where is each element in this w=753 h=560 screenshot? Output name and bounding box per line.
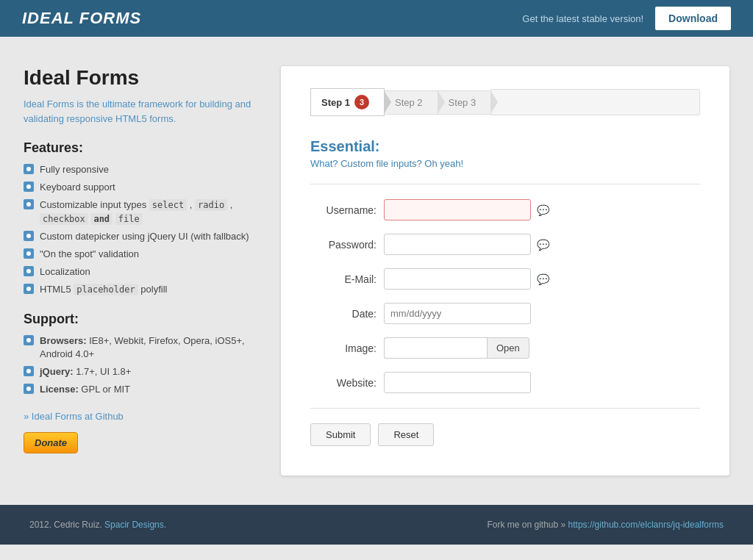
support-list: Browsers: IE8+, Webkit, Firefox, Opera, … — [24, 334, 251, 397]
date-row: Date: — [310, 303, 700, 324]
list-bullet-icon — [24, 366, 34, 376]
password-row: Password: 💬 — [310, 234, 700, 255]
comment-icon: 💬 — [535, 203, 550, 218]
username-input[interactable] — [384, 199, 531, 220]
password-input[interactable] — [384, 234, 531, 255]
footer-left: 2012. Cedric Ruiz. Spacir Designs. — [29, 520, 166, 530]
image-input-wrap: Open — [384, 337, 700, 359]
form-panel: Step 1 3 Step 2 Step 3 Essential: What? … — [281, 66, 729, 475]
submit-button[interactable]: Submit — [310, 423, 371, 446]
list-bullet-icon — [24, 199, 34, 209]
list-bullet-icon — [24, 231, 34, 241]
list-item: Keyboard support — [24, 181, 251, 194]
email-row: E-Mail: 💬 — [310, 268, 700, 290]
password-label: Password: — [310, 239, 376, 251]
header: iDEAL FORMS Get the latest stable versio… — [0, 0, 753, 37]
step-1[interactable]: Step 1 3 — [310, 88, 385, 116]
username-input-wrap: 💬 — [384, 199, 700, 220]
website-row: Website: — [310, 372, 700, 393]
steps-bar: Step 1 3 Step 2 Step 3 — [310, 88, 700, 116]
list-item: Fully responsive — [24, 163, 251, 176]
step-badge: 3 — [354, 95, 369, 110]
list-bullet-icon — [24, 284, 34, 294]
github-repo-link[interactable]: https://github.com/elclanrs/jq-idealform… — [568, 520, 724, 530]
list-item: "On the spot" validation — [24, 248, 251, 261]
date-input[interactable] — [384, 303, 531, 324]
support-heading: Support: — [24, 312, 251, 327]
step-2[interactable]: Step 2 — [384, 90, 438, 115]
download-button[interactable]: Download — [655, 7, 731, 30]
email-label: E-Mail: — [310, 273, 376, 285]
list-item: HTML5 placeholder polyfill — [24, 283, 251, 296]
website-label: Website: — [310, 377, 376, 389]
file-input-wrap: Open — [384, 337, 529, 359]
list-item: License: GPL or MIT — [24, 383, 251, 396]
spacir-designs-link[interactable]: Spacir Designs — [104, 520, 164, 530]
sidebar-title: Ideal Forms — [24, 66, 251, 90]
list-item: Localization — [24, 265, 251, 279]
list-bullet-icon — [24, 266, 34, 276]
sidebar-description: Ideal Forms is the ultimate framework fo… — [24, 97, 251, 126]
github-link[interactable]: » Ideal Forms at Github — [24, 411, 251, 422]
list-item: jQuery: 1.7+, UI 1.8+ — [24, 365, 251, 378]
main-content: Ideal Forms Ideal Forms is the ultimate … — [9, 66, 744, 475]
step-spacer — [490, 89, 700, 115]
website-input-wrap — [384, 372, 700, 393]
footer: 2012. Cedric Ruiz. Spacir Designs. Fork … — [0, 505, 753, 545]
reset-button[interactable]: Reset — [378, 423, 434, 446]
list-item: Customizable input types select , radio … — [24, 198, 251, 225]
password-input-wrap: 💬 — [384, 234, 700, 255]
date-input-wrap — [384, 303, 700, 324]
form-bottom-divider — [310, 408, 700, 409]
list-bullet-icon — [24, 164, 34, 174]
form-section-subtitle: What? Custom file inputs? Oh yeah! — [310, 158, 700, 169]
email-input-wrap: 💬 — [384, 268, 700, 290]
list-bullet-icon — [24, 248, 34, 259]
step-3[interactable]: Step 3 — [438, 90, 492, 115]
list-bullet-icon — [24, 182, 34, 192]
sidebar: Ideal Forms Ideal Forms is the ultimate … — [24, 66, 251, 453]
header-tagline: Get the latest stable version! — [522, 13, 643, 24]
date-label: Date: — [310, 308, 376, 320]
website-input[interactable] — [384, 372, 531, 393]
features-heading: Features: — [24, 140, 251, 156]
form-section-title: Essential: — [310, 138, 700, 155]
app-logo: iDEAL FORMS — [22, 9, 141, 28]
list-item: Custom datepicker using jQuery UI (with … — [24, 230, 251, 243]
list-item: Browsers: IE8+, Webkit, Firefox, Opera, … — [24, 334, 251, 361]
form-divider — [310, 184, 700, 184]
image-row: Image: Open — [310, 337, 700, 359]
email-input[interactable] — [384, 268, 531, 290]
footer-right: Fork me on github » https://github.com/e… — [487, 520, 724, 530]
image-label: Image: — [310, 342, 376, 354]
donate-button[interactable]: Donate — [24, 432, 78, 453]
comment-icon: 💬 — [535, 272, 550, 287]
form-actions: Submit Reset — [310, 423, 700, 446]
header-right: Get the latest stable version! Download — [522, 7, 731, 30]
username-row: Username: 💬 — [310, 199, 700, 220]
feature-list: Fully responsive Keyboard support Custom… — [24, 163, 251, 297]
username-label: Username: — [310, 204, 376, 216]
list-bullet-icon — [24, 384, 34, 394]
file-text-input[interactable] — [384, 337, 487, 359]
comment-icon: 💬 — [535, 237, 550, 252]
file-open-button[interactable]: Open — [487, 337, 529, 359]
list-bullet-icon — [24, 335, 34, 345]
